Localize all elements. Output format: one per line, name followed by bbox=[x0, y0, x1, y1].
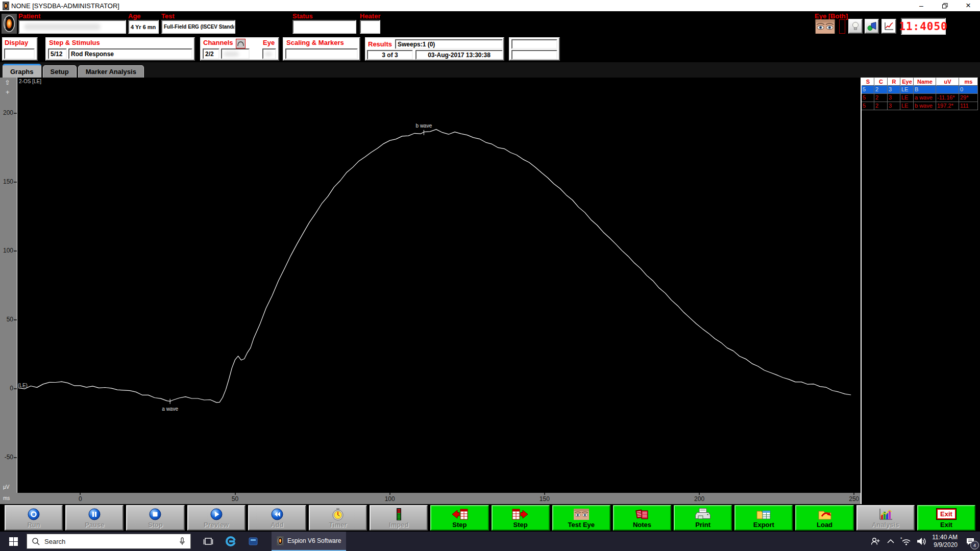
table-row[interactable]: 523LEB0 bbox=[862, 86, 980, 94]
preview-button[interactable]: Preview bbox=[187, 505, 246, 531]
light-button[interactable] bbox=[848, 19, 863, 34]
taskbar-app-espion[interactable]: Espion V6 Software bbox=[272, 532, 346, 551]
column-header-name[interactable]: Name bbox=[914, 78, 936, 86]
age-input[interactable]: 4 Yr 6 mn bbox=[128, 20, 159, 34]
load-button[interactable]: Load bbox=[795, 505, 853, 531]
task-view-button[interactable] bbox=[197, 532, 219, 551]
sound-button[interactable] bbox=[865, 19, 879, 34]
pan-up-icon[interactable]: ⇧ bbox=[5, 79, 10, 86]
app-logo-icon bbox=[3, 2, 9, 10]
exit-button[interactable]: ExitExit bbox=[917, 505, 975, 531]
table-cell: 0 bbox=[959, 86, 978, 94]
extra-input-top[interactable] bbox=[511, 39, 557, 49]
tray-expand-button[interactable] bbox=[883, 532, 898, 551]
erg-plot[interactable]: 2-OS [LE](LE)a waveb wave bbox=[17, 78, 861, 493]
x-axis-unit-label: ms bbox=[3, 495, 10, 501]
results-panel: Results Sweeps:1 (0) 3 of 3 03-Aug-2017 … bbox=[365, 37, 504, 61]
extra-input-bottom[interactable] bbox=[511, 50, 557, 60]
test-eye-button[interactable]: Test Eye bbox=[552, 505, 610, 531]
imped-button[interactable]: Imped bbox=[370, 505, 428, 531]
start-button[interactable] bbox=[0, 532, 27, 551]
print-button[interactable]: Print bbox=[674, 505, 732, 531]
run-button[interactable]: Run bbox=[5, 505, 63, 531]
search-icon bbox=[32, 537, 40, 545]
test-input[interactable]: Full-Field ERG (ISCEV Standar bbox=[161, 20, 235, 34]
stimulus-input[interactable]: Rod Response bbox=[68, 48, 192, 59]
scaling-input[interactable] bbox=[285, 48, 358, 59]
analysis-button[interactable]: Analysis bbox=[856, 505, 915, 531]
trace-label: 2-OS [LE] bbox=[19, 79, 41, 84]
tab-marker-analysis[interactable]: Marker Analysis bbox=[78, 65, 144, 78]
toolbar-button-label: Analysis bbox=[872, 521, 899, 529]
channels-panel: Channels Eye 2/2 bbox=[200, 37, 279, 61]
y-tick-label: 50 bbox=[0, 316, 13, 323]
close-button[interactable]: × bbox=[957, 0, 980, 11]
add-button[interactable]: Add bbox=[248, 505, 306, 531]
toolbar-button-label: Load bbox=[817, 521, 832, 529]
export-button[interactable]: Export bbox=[734, 505, 793, 531]
column-header-ms[interactable]: ms bbox=[959, 78, 978, 86]
minimize-button[interactable]: – bbox=[910, 0, 933, 11]
y-tick-label: 200 bbox=[0, 109, 13, 116]
title-bar: NONE [SYSDBA-ADMINISTRATOR] – × bbox=[0, 0, 980, 11]
print-icon bbox=[695, 507, 710, 521]
step-left-button[interactable]: Step bbox=[430, 505, 488, 531]
y-tick-label: 0 bbox=[0, 385, 13, 392]
restore-button[interactable] bbox=[933, 0, 957, 11]
timer-button[interactable]: Timer bbox=[309, 505, 367, 531]
sweeps-input[interactable]: Sweeps:1 (0) bbox=[395, 39, 503, 49]
erg-trace bbox=[18, 130, 851, 403]
table-cell: 2 bbox=[874, 102, 888, 110]
notes-button[interactable]: Notes bbox=[613, 505, 671, 531]
step-right-button[interactable]: Step bbox=[492, 505, 550, 531]
column-header-uv[interactable]: uV bbox=[936, 78, 959, 86]
step-stimulus-label: Step & Stimulus bbox=[49, 39, 100, 46]
toolbar-button-label: Run bbox=[27, 521, 40, 529]
windows-logo-icon bbox=[9, 537, 18, 546]
marker-table-header: SCREyeNameuVms bbox=[862, 78, 980, 86]
window-title: NONE [SYSDBA-ADMINISTRATOR] bbox=[11, 2, 119, 10]
eye-select-input[interactable] bbox=[262, 48, 276, 59]
scaling-markers-label: Scaling & Markers bbox=[286, 39, 344, 46]
stop-button[interactable]: Stop bbox=[126, 505, 184, 531]
heater-input[interactable] bbox=[360, 20, 380, 34]
search-placeholder: Search bbox=[44, 538, 65, 545]
column-header-s[interactable]: S bbox=[862, 78, 874, 86]
tab-setup[interactable]: Setup bbox=[43, 65, 77, 78]
toolbar-button-label: Exit bbox=[940, 521, 952, 529]
search-input[interactable]: Search bbox=[27, 534, 191, 549]
table-cell: 5 bbox=[862, 86, 874, 94]
column-header-eye[interactable]: Eye bbox=[900, 78, 914, 86]
network-button[interactable]: * bbox=[898, 532, 914, 551]
column-header-r[interactable]: R bbox=[888, 78, 900, 86]
people-icon bbox=[870, 537, 880, 546]
zoom-plus-icon[interactable]: + bbox=[6, 89, 10, 95]
step-number-input[interactable]: 5/12 bbox=[48, 48, 67, 59]
channel-name-input[interactable] bbox=[221, 48, 250, 59]
patient-input[interactable] bbox=[18, 20, 126, 34]
action-center-button[interactable]: 4 bbox=[961, 532, 980, 551]
volume-button[interactable] bbox=[914, 532, 929, 551]
table-row[interactable]: 523LEb wave197.2*111 bbox=[862, 102, 980, 110]
channels-input[interactable]: 2/2 bbox=[203, 48, 219, 59]
table-cell: LE bbox=[900, 86, 914, 94]
display-panel: Display bbox=[2, 37, 38, 61]
status-input[interactable] bbox=[292, 20, 356, 34]
column-header-c[interactable]: C bbox=[874, 78, 888, 86]
pinned-app-button[interactable] bbox=[242, 532, 264, 551]
people-button[interactable] bbox=[868, 532, 883, 551]
table-cell: LE bbox=[900, 102, 914, 110]
toolbar-button-label: Test Eye bbox=[568, 521, 595, 529]
taskbar-clock[interactable]: 11:40 AM 9/9/2020 bbox=[932, 534, 958, 549]
pause-button[interactable]: Pause bbox=[65, 505, 124, 531]
display-input[interactable] bbox=[4, 48, 35, 59]
graph-button[interactable] bbox=[881, 19, 896, 34]
edge-button[interactable] bbox=[219, 532, 242, 551]
result-count-input[interactable]: 3 of 3 bbox=[367, 50, 413, 60]
table-cell: 3 bbox=[888, 86, 900, 94]
tab-graphs[interactable]: Graphs bbox=[3, 64, 41, 78]
x-tick-mark bbox=[80, 493, 81, 495]
microphone-icon[interactable] bbox=[179, 537, 186, 546]
table-row[interactable]: 523LEa wave-11.16*29* bbox=[862, 94, 980, 102]
result-datetime-input[interactable]: 03-Aug-2017 13:30:38 bbox=[415, 50, 503, 60]
